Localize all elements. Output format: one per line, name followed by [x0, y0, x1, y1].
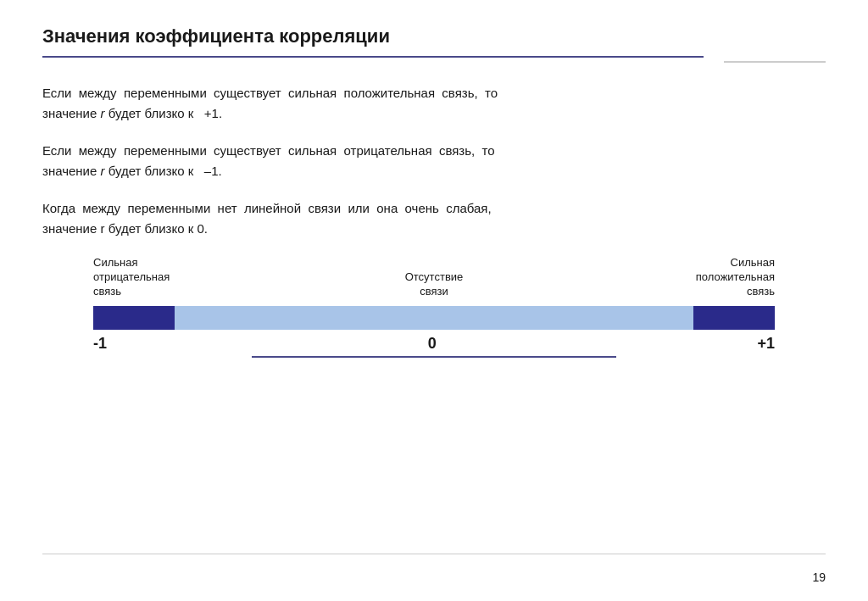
content-area: Если между переменными существует сильна…: [42, 83, 826, 239]
paragraph-2: Если между переменными существует сильна…: [42, 141, 826, 181]
scale-label-center: 0: [428, 335, 437, 353]
page-number: 19: [812, 570, 826, 584]
bar-light-middle: [175, 306, 693, 330]
bar-dark-left: [93, 306, 175, 330]
chart-section: Сильнаяотрицательнаясвязь Отсутствиесвяз…: [42, 256, 826, 358]
chart-label-right: Сильнаяположительнаясвязь: [673, 256, 775, 299]
top-divider: [42, 56, 704, 58]
chart-scale-row: -1 0 +1: [93, 335, 775, 353]
bar-dark-right: [693, 306, 775, 330]
chart-label-left: Сильнаяотрицательнаясвязь: [93, 256, 195, 299]
top-divider-right: [724, 61, 826, 63]
page-title: Значения коэффициента корреляции: [42, 25, 826, 47]
chart-labels-row: Сильнаяотрицательнаясвязь Отсутствиесвяз…: [93, 256, 775, 299]
chart-label-center: Отсутствиесвязи: [383, 270, 485, 299]
paragraph-3: Когда между переменными нет линейной свя…: [42, 198, 826, 239]
bottom-divider: [42, 554, 826, 554]
bottom-line: [252, 356, 616, 358]
scale-label-right: +1: [757, 335, 775, 353]
slide-container: Значения коэффициента корреляции Если ме…: [0, 0, 868, 601]
chart-bar: [93, 306, 775, 330]
paragraph-1: Если между переменными существует сильна…: [42, 83, 826, 124]
scale-label-left: -1: [93, 335, 107, 353]
